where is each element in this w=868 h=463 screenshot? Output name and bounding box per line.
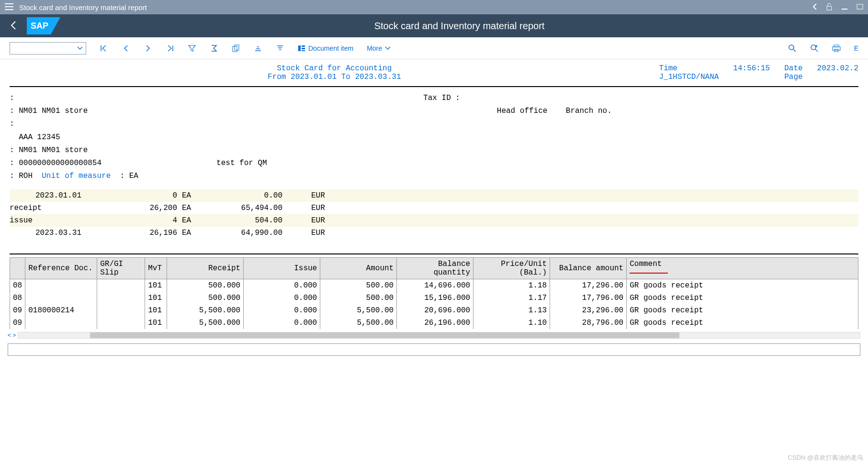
col-comment[interactable]: Comment [627,258,858,279]
summary-amt: 504.00 [201,216,282,225]
layout-dropdown[interactable] [10,42,86,55]
date-value: 2023.02.2 [817,64,858,73]
sum-icon[interactable] [210,44,218,53]
col-issue[interactable]: Issue [244,258,320,279]
menu-icon[interactable] [5,3,13,11]
cell-refdoc [25,317,97,329]
time-label: Time [659,64,719,73]
prev-page-icon[interactable] [122,44,130,53]
cell-amount: 5,500.00 [320,304,397,317]
command-input[interactable] [8,343,860,356]
time-value: 14:56:15 [733,64,770,73]
col-mvt[interactable]: MvT [145,258,167,279]
first-page-icon[interactable] [100,44,108,53]
report-range: From 2023.01.01 To 2023.03.31 [10,73,659,81]
document-item-button[interactable]: Document item [298,44,353,52]
cell-issue: 0.000 [244,279,320,292]
search-icon[interactable] [788,44,797,53]
svg-rect-8 [302,48,305,49]
cell-grgi [97,292,145,304]
summary-uom: EA [177,229,201,237]
sort-desc-icon[interactable] [276,44,284,53]
table-row[interactable]: 0901800002141015,500.0000.0005,500.0020,… [10,304,858,317]
cell-issue: 0.000 [244,317,320,329]
more-label: More [367,44,382,52]
more-button[interactable]: More [367,44,391,52]
summary-date: 2023.03.31 [10,229,81,237]
cell-amount: 5,500.00 [320,317,397,329]
sort-asc-icon[interactable] [254,44,262,53]
cell-balqty: 26,196.000 [397,317,473,329]
cell-receipt: 500.000 [167,279,244,292]
print-icon[interactable] [832,44,841,53]
svg-rect-1 [857,4,863,9]
cell-seq: 09 [10,304,25,317]
export-button[interactable]: E [854,44,858,52]
cell-price: 1.13 [473,304,550,317]
search-plus-icon[interactable] [810,44,819,53]
prev-icon[interactable] [812,3,817,11]
report-title: Stock Card for Accounting [10,64,659,73]
summary-row: 2023.01.01 0 EA 0.00 EUR [10,189,858,202]
horizontal-scrollbar[interactable]: < > [8,331,860,340]
col-refdoc[interactable]: Reference Doc. [25,258,97,279]
maximize-icon[interactable] [857,3,863,11]
col-receipt[interactable]: Receipt [167,258,244,279]
titlebar-right [812,3,863,12]
cell-balamt: 17,296.00 [550,279,627,292]
info-block: : Tax ID : : NM01 NM01 store [10,92,858,183]
cell-balamt: 28,796.00 [550,317,627,329]
col-grgi[interactable]: GR/GI Slip [97,258,145,279]
svg-rect-0 [827,6,832,10]
command-input-row [8,343,860,356]
copy-icon[interactable] [232,44,240,53]
svg-text:SAP: SAP [31,21,48,31]
cell-balqty: 15,196.000 [397,292,473,304]
table-row[interactable]: 08101500.0000.000500.0015,196.0001.1717,… [10,292,858,304]
summary-amt: 0.00 [201,191,282,200]
table-header-row: Reference Doc. GR/GI Slip MvT Receipt Is… [10,258,858,279]
cell-mvt: 101 [145,292,167,304]
cell-grgi [97,279,145,292]
summary-cur: EUR [311,191,858,200]
svg-rect-9 [302,50,305,51]
toolbar: Document item More E [0,37,868,59]
filter-icon[interactable] [188,44,196,53]
back-button[interactable] [10,21,17,32]
col-price[interactable]: Price/Unit (Bal.) [473,258,550,279]
svg-rect-13 [833,47,840,50]
col-balamt[interactable]: Balance amount [550,258,627,279]
window-titlebar: Stock card and Inventory material report [0,0,868,14]
cell-seq: 09 [10,317,25,329]
report-area: Stock Card for Accounting From 2023.01.0… [0,59,868,329]
col-blank[interactable] [10,258,25,279]
next-page-icon[interactable] [144,44,152,53]
scroll-arrows[interactable]: < > [8,332,16,339]
scroll-track[interactable] [18,332,860,339]
summary-block: 2023.01.01 0 EA 0.00 EUR receipt 26,200 … [10,189,858,239]
cell-amount: 500.00 [320,292,397,304]
last-page-icon[interactable] [166,44,174,53]
summary-amt: 65,494.00 [201,204,282,212]
scroll-thumb[interactable] [90,332,679,338]
col-amount[interactable]: Amount [320,258,397,279]
cell-price: 1.10 [473,317,550,329]
cell-balqty: 14,696.000 [397,279,473,292]
summary-date: 2023.01.01 [10,191,81,200]
document-item-label: Document item [308,44,353,52]
cell-receipt: 500.000 [167,292,244,304]
table-row[interactable]: 091015,500.0000.0005,500.0026,196.0001.1… [10,317,858,329]
col-balqty[interactable]: Balance quantity [397,258,473,279]
summary-row: receipt 26,200 EA 65,494.00 EUR [10,202,858,214]
cell-comment: GR goods receipt [627,279,858,292]
minimize-icon[interactable] [841,3,848,11]
svg-point-11 [811,45,816,50]
summary-uom: EA [177,204,201,212]
red-underline [630,273,668,274]
cell-issue: 0.000 [244,292,320,304]
cell-amount: 500.00 [320,279,397,292]
lock-icon[interactable] [826,3,833,12]
table-row[interactable]: 08101500.0000.000500.0014,696.0001.1817,… [10,279,858,292]
cell-seq: 08 [10,292,25,304]
page-title: Stock card and Inventory material report [60,21,858,32]
